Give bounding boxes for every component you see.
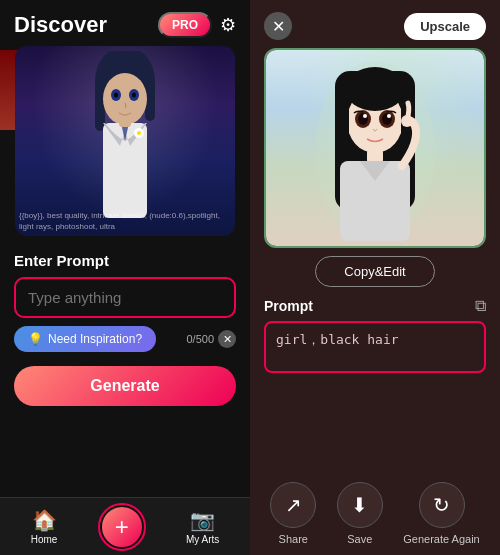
svg-point-6 bbox=[114, 93, 118, 98]
char-count: 0/500 ✕ bbox=[186, 330, 236, 348]
prompt-label: Prompt bbox=[264, 298, 313, 314]
save-label: Save bbox=[347, 533, 372, 545]
copy-icon: ⧉ bbox=[475, 297, 486, 314]
copy-prompt-button[interactable]: ⧉ bbox=[475, 297, 486, 315]
pro-badge-button[interactable]: PRO bbox=[158, 12, 212, 38]
share-action[interactable]: ↗ Share bbox=[270, 482, 316, 545]
bottom-nav: 🏠 Home + 📷 My Arts bbox=[0, 497, 250, 555]
home-icon: 🏠 bbox=[32, 508, 57, 532]
anime-girl-svg bbox=[310, 51, 440, 246]
enter-prompt-label: Enter Prompt bbox=[14, 252, 236, 269]
clear-button[interactable]: ✕ bbox=[218, 330, 236, 348]
hero-figure bbox=[15, 46, 235, 236]
inspiration-button[interactable]: 💡 Need Inspiration? bbox=[14, 326, 156, 352]
upscale-button[interactable]: Upscale bbox=[404, 13, 486, 40]
prompt-header: Prompt ⧉ bbox=[264, 297, 486, 315]
share-label: Share bbox=[279, 533, 308, 545]
generate-again-label: Generate Again bbox=[403, 533, 479, 545]
gear-icon: ⚙ bbox=[220, 15, 236, 35]
close-button[interactable]: ✕ bbox=[264, 12, 292, 40]
prompt-section: Prompt ⧉ girl，black hair bbox=[250, 297, 500, 468]
inspiration-row: 💡 Need Inspiration? 0/500 ✕ bbox=[14, 326, 236, 352]
generate-again-icon: ↻ bbox=[433, 493, 450, 517]
hero-caption: {{boy}}, best quality, intricate details… bbox=[19, 211, 231, 232]
header-right: PRO ⚙ bbox=[158, 12, 236, 38]
left-header: Discover PRO ⚙ bbox=[0, 0, 250, 46]
generate-button[interactable]: Generate bbox=[14, 366, 236, 406]
generate-again-action[interactable]: ↻ Generate Again bbox=[403, 482, 479, 545]
save-action[interactable]: ⬇ Save bbox=[337, 482, 383, 545]
enter-prompt-section: Enter Prompt 💡 Need Inspiration? 0/500 ✕ bbox=[0, 244, 250, 358]
add-button[interactable]: + bbox=[99, 504, 145, 550]
add-icon: + bbox=[115, 513, 129, 541]
right-header: ✕ Upscale bbox=[250, 0, 500, 48]
prompt-text-area[interactable]: girl，black hair bbox=[264, 321, 486, 373]
nav-my-arts[interactable]: 📷 My Arts bbox=[186, 508, 219, 545]
save-icon: ⬇ bbox=[351, 493, 368, 517]
page-title: Discover bbox=[14, 12, 107, 38]
svg-point-23 bbox=[387, 114, 391, 118]
share-icon: ↗ bbox=[285, 493, 302, 517]
anime-boy-svg bbox=[65, 51, 185, 236]
share-circle: ↗ bbox=[270, 482, 316, 528]
svg-point-22 bbox=[363, 114, 367, 118]
anime-girl-art bbox=[266, 50, 484, 246]
nav-home[interactable]: 🏠 Home bbox=[31, 508, 58, 545]
left-panel: Discover PRO ⚙ bbox=[0, 0, 250, 555]
svg-rect-16 bbox=[335, 89, 349, 169]
generate-again-circle: ↻ bbox=[419, 482, 465, 528]
settings-button[interactable]: ⚙ bbox=[220, 14, 236, 36]
save-circle: ⬇ bbox=[337, 482, 383, 528]
inspiration-label: Need Inspiration? bbox=[48, 332, 142, 346]
svg-point-10 bbox=[137, 131, 141, 135]
copy-edit-button[interactable]: Copy&Edit bbox=[315, 256, 434, 287]
right-panel: ✕ Upscale bbox=[250, 0, 500, 555]
home-label: Home bbox=[31, 534, 58, 545]
svg-point-7 bbox=[132, 93, 136, 98]
lightbulb-icon: 💡 bbox=[28, 332, 43, 346]
svg-rect-11 bbox=[119, 117, 131, 127]
close-icon: ✕ bbox=[272, 17, 285, 36]
prompt-input[interactable] bbox=[14, 277, 236, 318]
right-actions: ↗ Share ⬇ Save ↻ Generate Again bbox=[250, 468, 500, 555]
char-count-value: 0/500 bbox=[186, 333, 214, 345]
hero-image[interactable]: {{boy}}, best quality, intricate details… bbox=[15, 46, 235, 236]
result-image[interactable] bbox=[264, 48, 486, 248]
my-arts-label: My Arts bbox=[186, 534, 219, 545]
my-arts-icon: 📷 bbox=[190, 508, 215, 532]
